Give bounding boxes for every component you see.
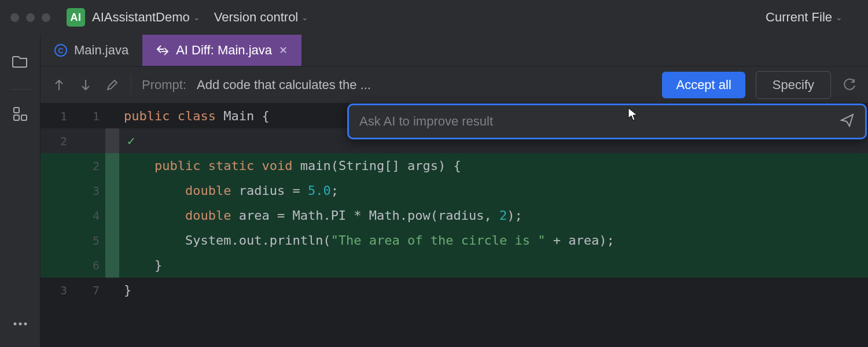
svg-point-3 <box>13 323 16 326</box>
code-row[interactable]: 2 public static void main(String[] args)… <box>41 153 868 178</box>
title-bar: AI AIAssistantDemo ⌄ Version control ⌄ C… <box>0 0 868 35</box>
token: 5.0 <box>308 183 331 198</box>
code-text: } <box>119 284 131 297</box>
svg-rect-0 <box>14 108 19 113</box>
tab-ai-diff[interactable]: AI Diff: Main.java ✕ <box>142 35 301 66</box>
ai-improve-input[interactable] <box>359 114 840 129</box>
token: ; <box>331 183 339 198</box>
close-icon[interactable]: ✕ <box>279 44 288 57</box>
gutter-new-lineno: 3 <box>73 185 105 197</box>
token: public <box>155 158 208 173</box>
regenerate-button[interactable] <box>841 77 858 93</box>
tab-main-java[interactable]: C Main.java <box>41 35 142 66</box>
vcs-label: Version control <box>214 10 299 25</box>
scope-selector[interactable]: Current File ⌄ <box>766 10 843 25</box>
token: } <box>124 258 162 272</box>
gutter-new-lineno: 1 <box>73 110 105 122</box>
scope-label: Current File <box>766 10 832 25</box>
project-tool-button[interactable] <box>10 51 31 72</box>
token <box>124 183 185 198</box>
token <box>124 158 155 173</box>
refresh-icon <box>843 78 856 92</box>
token: area = Math.PI * Math.pow(radius, <box>239 208 499 223</box>
tab-label: Main.java <box>74 43 128 58</box>
edit-button[interactable] <box>104 77 120 93</box>
gutter-old-lineno: 2 <box>41 135 73 147</box>
change-marker <box>105 153 119 178</box>
prompt-label: Prompt: <box>142 77 186 93</box>
code-row[interactable]: 3 double radius = 5.0; <box>41 178 868 203</box>
token: "The area of the circle is " <box>331 233 546 248</box>
token: double <box>185 183 239 198</box>
arrow-down-icon <box>80 79 91 91</box>
left-sidebar <box>0 35 41 347</box>
gutter-new-lineno: 7 <box>73 285 105 296</box>
svg-point-4 <box>19 323 21 326</box>
token: } <box>124 283 131 297</box>
accept-line-check-icon[interactable]: ✓ <box>124 134 135 148</box>
accept-all-button[interactable]: Accept all <box>662 72 745 98</box>
gutter-new-lineno: 4 <box>73 210 105 222</box>
token <box>124 208 185 223</box>
code-text: ✓ <box>119 135 135 147</box>
traffic-light-zoom[interactable] <box>42 13 50 22</box>
editor-area: C Main.java AI Diff: Main.java ✕ Prompt:… <box>41 35 868 347</box>
change-marker <box>105 203 119 228</box>
change-marker <box>105 178 119 203</box>
structure-tool-button[interactable] <box>10 104 31 124</box>
pencil-icon <box>106 79 119 91</box>
gutter-new-lineno: 6 <box>73 260 105 271</box>
token: void <box>262 158 300 173</box>
java-class-icon: C <box>54 44 67 57</box>
change-marker <box>105 228 119 253</box>
token: + area); <box>546 233 615 248</box>
token: static <box>208 158 262 173</box>
send-icon <box>840 113 855 128</box>
diff-icon <box>156 44 169 57</box>
window-controls <box>10 13 50 22</box>
project-selector[interactable]: AIAssistantDemo ⌄ <box>92 10 200 25</box>
app-icon: AI <box>67 8 85 27</box>
arrow-up-icon <box>54 79 64 91</box>
gutter-new-lineno: 5 <box>73 235 105 246</box>
more-tool-button[interactable] <box>10 313 31 334</box>
traffic-light-close[interactable] <box>10 13 19 22</box>
ellipsis-icon <box>13 322 28 326</box>
editor-tabs: C Main.java AI Diff: Main.java ✕ <box>41 35 868 67</box>
code-text: public class Main { <box>119 110 270 123</box>
gutter-old-lineno: 1 <box>41 110 73 122</box>
token: (String[] args) { <box>331 158 461 173</box>
prev-change-button[interactable] <box>51 77 67 93</box>
svg-rect-2 <box>21 115 27 120</box>
change-marker <box>105 128 119 153</box>
chevron-down-icon: ⌄ <box>301 13 308 22</box>
project-name: AIAssistantDemo <box>92 10 190 25</box>
separator <box>131 75 131 95</box>
vcs-selector[interactable]: Version control ⌄ <box>214 10 309 25</box>
diff-prompt-bar: Prompt: Add code that calculates the ...… <box>41 67 868 104</box>
change-marker <box>105 278 119 302</box>
send-button[interactable] <box>840 113 855 130</box>
next-change-button[interactable] <box>78 77 94 93</box>
svg-rect-1 <box>14 115 19 120</box>
traffic-light-minimize[interactable] <box>26 13 35 22</box>
svg-point-5 <box>24 323 27 326</box>
token: 2 <box>499 208 507 223</box>
code-editor[interactable]: 11public class Main {2✓2 public static v… <box>41 104 868 302</box>
sidebar-separator <box>10 89 31 90</box>
code-text: System.out.println("The area of the circ… <box>119 234 615 247</box>
token: main <box>300 158 331 173</box>
gutter-old-lineno: 3 <box>41 285 73 296</box>
token: ); <box>507 208 523 223</box>
prompt-text: Add code that calculates the ... <box>197 77 371 93</box>
specify-button[interactable]: Specify <box>756 71 831 99</box>
structure-icon <box>13 106 28 121</box>
tab-label: AI Diff: Main.java <box>176 43 272 58</box>
code-row[interactable]: 4 double area = Math.PI * Math.pow(radiu… <box>41 203 868 228</box>
code-row[interactable]: 37} <box>41 278 868 302</box>
folder-icon <box>12 54 28 68</box>
code-row[interactable]: 6 } <box>41 253 868 278</box>
code-row[interactable]: 5 System.out.println("The area of the ci… <box>41 228 868 253</box>
change-marker <box>105 104 119 128</box>
token: System.out.println( <box>124 233 331 248</box>
